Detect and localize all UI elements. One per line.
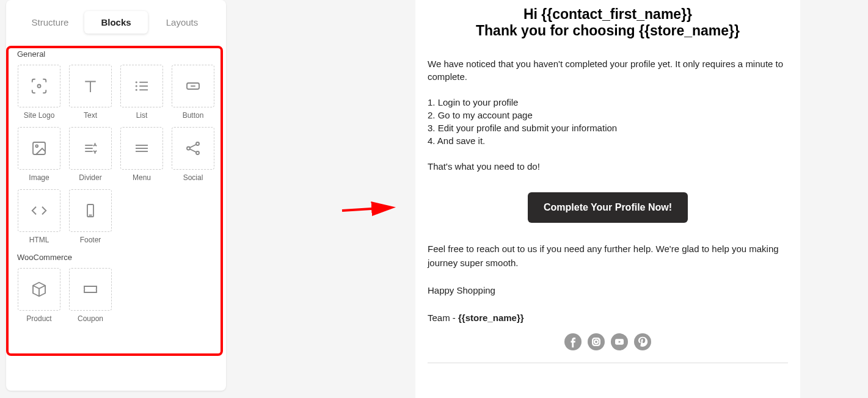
- image-icon: [18, 127, 60, 170]
- arrow-icon: [339, 201, 400, 220]
- svg-point-1: [136, 82, 137, 82]
- youtube-icon[interactable]: [611, 333, 628, 350]
- block-divider[interactable]: Divider: [68, 127, 112, 182]
- tab-blocks[interactable]: Blocks: [84, 11, 148, 34]
- email-noticed: We have noticed that you haven't complet…: [428, 57, 788, 83]
- block-menu[interactable]: Menu: [120, 127, 164, 182]
- email-step-3: 3. Edit your profile and submit your inf…: [428, 121, 788, 134]
- block-button[interactable]: Button: [171, 65, 215, 120]
- email-footer: Feel free to reach out to us if you need…: [428, 242, 788, 325]
- block-list[interactable]: List: [120, 65, 164, 120]
- email-body: We have noticed that you haven't complet…: [428, 57, 788, 173]
- divider-icon: [69, 127, 112, 170]
- svg-rect-9: [33, 142, 45, 154]
- woocommerce-grid: Product Coupon: [17, 268, 215, 323]
- divider-line: [428, 363, 788, 363]
- svg-line-21: [190, 149, 196, 152]
- email-thank: Thank you for choosing {{store_name}}: [428, 23, 788, 39]
- svg-point-3: [136, 85, 137, 86]
- block-label: Menu: [133, 173, 151, 182]
- email-step-4: 4. And save it.: [428, 134, 788, 147]
- html-icon: [18, 189, 60, 232]
- svg-line-20: [190, 145, 196, 148]
- block-footer[interactable]: Footer: [68, 189, 112, 244]
- pinterest-icon[interactable]: [634, 333, 651, 350]
- instagram-icon[interactable]: [588, 333, 605, 350]
- footer-icon: [69, 189, 112, 232]
- site-logo-icon: [18, 65, 60, 107]
- email-step-2: 2. Go to my account page: [428, 109, 788, 121]
- block-label: Footer: [80, 236, 101, 244]
- block-label: Product: [26, 314, 51, 323]
- block-social[interactable]: Social: [171, 127, 215, 182]
- svg-point-34: [634, 333, 651, 350]
- block-site-logo[interactable]: Site Logo: [17, 65, 61, 120]
- block-label: Image: [29, 173, 49, 182]
- email-feelfree: Feel free to reach out to us if you need…: [428, 242, 788, 270]
- complete-profile-button[interactable]: Complete Your Profile Now!: [528, 192, 688, 223]
- email-preview: Hi {{contact_first_name}} Thank you for …: [415, 0, 800, 398]
- block-label: Text: [84, 111, 97, 120]
- email-step-1: 1. Login to your profile: [428, 96, 788, 109]
- section-general: General: [17, 49, 215, 59]
- button-icon: [172, 65, 214, 107]
- block-label: Coupon: [78, 314, 103, 323]
- email-happy: Happy Shopping: [428, 284, 788, 298]
- text-icon: [69, 65, 112, 107]
- svg-line-25: [342, 208, 391, 211]
- block-label: HTML: [29, 236, 49, 244]
- product-icon: [18, 268, 60, 311]
- tab-structure[interactable]: Structure: [18, 11, 82, 34]
- email-thatswhat: That's what you need to do!: [428, 160, 788, 173]
- block-label: Divider: [79, 173, 101, 182]
- svg-point-10: [35, 145, 38, 147]
- coupon-icon: [69, 268, 112, 311]
- svg-point-30: [598, 339, 599, 340]
- social-icons: [428, 333, 788, 350]
- tabs: Structure Blocks Layouts: [6, 0, 226, 40]
- menu-icon: [120, 127, 163, 170]
- block-label: Social: [183, 173, 203, 182]
- block-label: Site Logo: [24, 111, 55, 120]
- svg-point-19: [196, 151, 199, 154]
- block-text[interactable]: Text: [68, 65, 112, 120]
- email-team: Team - {{store_name}}: [428, 311, 788, 325]
- tab-layouts[interactable]: Layouts: [150, 11, 214, 34]
- facebook-icon[interactable]: [564, 333, 582, 350]
- block-html[interactable]: HTML: [17, 189, 61, 244]
- svg-point-0: [38, 85, 41, 88]
- sidebar-panel: Structure Blocks Layouts General Site Lo…: [6, 0, 226, 391]
- email-greeting: Hi {{contact_first_name}}: [428, 6, 788, 23]
- svg-point-18: [196, 142, 199, 145]
- block-coupon[interactable]: Coupon: [68, 268, 112, 323]
- list-icon: [120, 65, 163, 107]
- general-grid: Site Logo Text List Button: [17, 65, 215, 244]
- blocks-content: General Site Logo Text List: [6, 40, 226, 338]
- svg-point-17: [187, 147, 190, 150]
- block-label: List: [136, 111, 148, 120]
- section-woocommerce: WooCommerce: [17, 253, 215, 262]
- svg-point-5: [136, 90, 137, 90]
- svg-point-27: [588, 334, 604, 350]
- social-icon: [172, 127, 214, 170]
- block-product[interactable]: Product: [17, 268, 61, 323]
- block-label: Button: [183, 111, 204, 120]
- block-image[interactable]: Image: [17, 127, 61, 182]
